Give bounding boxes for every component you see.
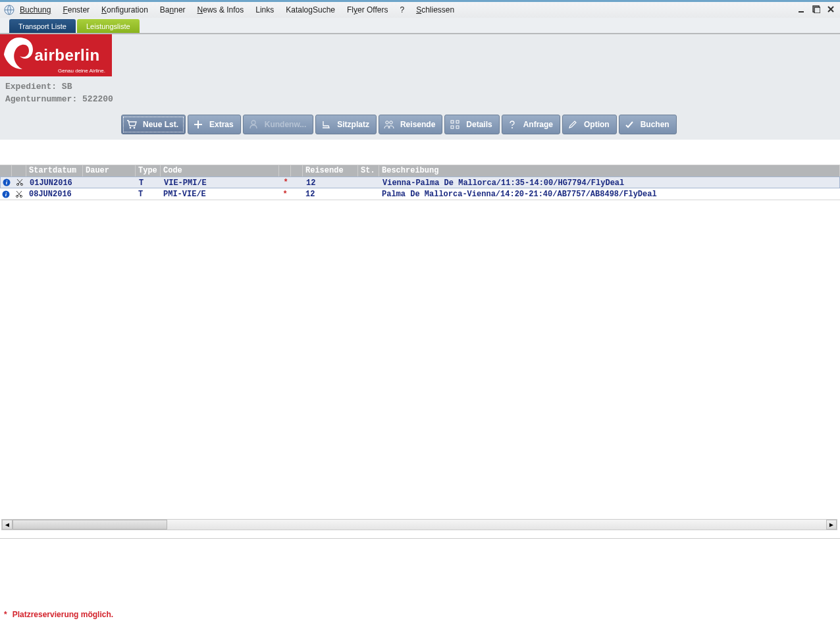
tab-bar: Transport Liste Leistungsliste — [0, 18, 840, 34]
scroll-right-icon[interactable]: ► — [826, 520, 837, 530]
airberlin-logo: airberlin Genau deine Airline. — [0, 34, 112, 76]
menu-schliessen[interactable]: Schliessen — [416, 5, 454, 14]
status-footer: *Platzreservierung möglich. — [0, 604, 840, 629]
svg-point-7 — [386, 121, 388, 124]
seat-icon — [320, 119, 332, 130]
option-button[interactable]: Option — [562, 115, 617, 134]
close-icon[interactable] — [826, 4, 836, 14]
brand-tagline: Genau deine Airline. — [58, 68, 105, 74]
menu-links[interactable]: Links — [255, 5, 274, 14]
menu-banner[interactable]: Banner — [160, 5, 186, 14]
buchen-button[interactable]: Buchen — [619, 115, 677, 134]
svg-rect-3 — [814, 7, 820, 13]
menu-help[interactable]: ? — [400, 5, 404, 14]
anfrage-button[interactable]: Anfrage — [502, 115, 560, 134]
col-beschreibung[interactable]: Beschreibung — [379, 165, 840, 177]
grid-icon — [449, 119, 461, 130]
svg-rect-9 — [451, 121, 454, 123]
cut-icon[interactable] — [12, 190, 26, 198]
agent-info: Expedient: SB Agenturnummer: 522200 — [0, 76, 840, 108]
col-st[interactable]: St. — [358, 165, 379, 177]
menu-konfiguration[interactable]: Konfiguration — [101, 5, 148, 14]
menu-katalog[interactable]: KatalogSuche — [286, 5, 335, 14]
cart-icon — [126, 119, 138, 130]
brand-name: airberlin — [34, 46, 99, 65]
svg-rect-10 — [456, 121, 459, 123]
menu-news[interactable]: News & Infos — [197, 5, 244, 14]
tab-leistungsliste[interactable]: Leistungsliste — [77, 19, 140, 33]
horizontal-scrollbar[interactable]: ◄ ► — [1, 519, 837, 530]
scroll-thumb[interactable] — [13, 520, 167, 530]
people-icon — [383, 119, 395, 130]
info-icon[interactable]: i — [0, 190, 12, 198]
svg-point-6 — [251, 121, 255, 124]
svg-point-4 — [130, 127, 132, 129]
maximize-icon[interactable] — [811, 4, 822, 14]
col-dauer[interactable]: Dauer — [83, 165, 136, 177]
svg-point-13 — [512, 127, 513, 128]
cut-icon[interactable] — [13, 178, 27, 186]
svg-rect-11 — [451, 126, 454, 128]
minimize-icon[interactable] — [797, 4, 807, 14]
person-icon — [248, 119, 259, 130]
menu-fenster[interactable]: Fenster — [63, 5, 90, 14]
menu-bar: Buchung Fenster Konfiguration Banner New… — [0, 2, 840, 18]
svg-rect-12 — [456, 126, 459, 128]
col-code[interactable]: Code — [161, 165, 279, 177]
col-reisende[interactable]: Reisende — [303, 165, 358, 177]
plus-icon — [192, 119, 204, 130]
grid-header: Startdatum Dauer Type Code Reisende St. … — [0, 165, 840, 177]
banner-area: airberlin Genau deine Airline. Expedient… — [0, 34, 840, 140]
action-toolbar: Neue Lst. Extras Kundenw... Sitzplatz Re… — [121, 115, 840, 134]
info-icon[interactable]: i — [1, 178, 13, 186]
table-row[interactable]: i 08JUN2016 T PMI-VIE/E * 12 Palma De Ma… — [0, 188, 840, 200]
col-type[interactable]: Type — [136, 165, 161, 177]
svg-point-5 — [134, 127, 136, 129]
kundenw-button[interactable]: Kundenw... — [243, 115, 314, 134]
edit-icon — [567, 119, 579, 130]
scroll-track[interactable] — [13, 520, 826, 530]
tab-transport-liste[interactable]: Transport Liste — [9, 19, 76, 33]
col-startdatum[interactable]: Startdatum — [26, 165, 83, 177]
services-grid: Startdatum Dauer Type Code Reisende St. … — [0, 165, 840, 200]
sitzplatz-button[interactable]: Sitzplatz — [315, 115, 377, 134]
details-button[interactable]: Details — [444, 115, 499, 134]
seat-marker-icon: * — [282, 190, 287, 199]
check-icon — [623, 119, 635, 130]
seat-marker-icon: * — [283, 178, 288, 187]
table-row[interactable]: i 01JUN2016 T VIE-PMI/E * 12 Vienna-Palm… — [0, 177, 840, 188]
app-icon — [4, 5, 14, 15]
question-icon — [506, 119, 518, 130]
neue-lst-button[interactable]: Neue Lst. — [121, 115, 186, 134]
footer-text: Platzreservierung möglich. — [13, 610, 113, 619]
menu-buchung[interactable]: Buchung — [20, 5, 51, 14]
extras-button[interactable]: Extras — [188, 115, 241, 134]
scroll-left-icon[interactable]: ◄ — [2, 520, 13, 530]
reisende-button[interactable]: Reisende — [379, 115, 442, 134]
footer-asterisk: * — [4, 610, 7, 619]
svg-point-8 — [390, 121, 392, 124]
message-panel — [0, 538, 840, 604]
menu-flyer[interactable]: Flyer Offers — [347, 5, 388, 14]
